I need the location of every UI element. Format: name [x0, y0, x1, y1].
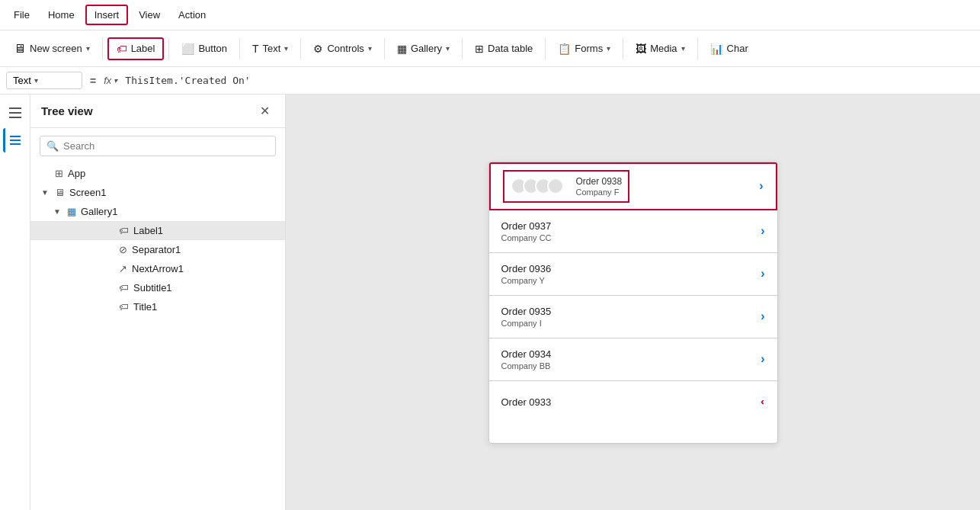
tree-items: ⊞ App ▼ 🖥 Screen1 ▼ ▦ Gallery1 🏷 Label1	[30, 164, 285, 510]
selected-row-inner: Order 0938 Company F	[503, 170, 630, 203]
gallery-row-3-chevron[interactable]: ›	[761, 310, 764, 323]
tree-item-title1[interactable]: 🏷 Title1	[30, 297, 285, 316]
button-button[interactable]: ⬜ Button	[174, 39, 235, 59]
formula-bar: Text ▾ = fx ▾ ThisItem.'Created On'	[0, 67, 980, 95]
tree-item-app[interactable]: ⊞ App	[30, 164, 285, 183]
gallery-row-4-chevron[interactable]: ›	[761, 352, 764, 366]
formula-dropdown[interactable]: Text ▾	[6, 72, 82, 89]
svg-rect-3	[10, 136, 21, 137]
tree-item-label1-label: Label1	[133, 225, 163, 236]
gallery-row-4[interactable]: Order 0934 Company BB ›	[489, 338, 777, 381]
media-button[interactable]: 🖼 Media ▾	[628, 39, 692, 59]
chevron-gallery-icon: ▾	[446, 44, 450, 53]
gallery-row-1-content: Order 0937 Company CC	[501, 220, 761, 242]
gallery-row-4-content: Order 0934 Company BB	[501, 348, 761, 370]
chevron-formula-icon: ▾	[34, 76, 38, 85]
svg-rect-2	[9, 117, 21, 118]
toolbar-separator-2	[168, 38, 169, 59]
gallery-button[interactable]: ▦ Gallery ▾	[389, 39, 457, 59]
menu-view[interactable]: View	[131, 6, 168, 24]
button-label: Button	[198, 43, 227, 54]
menu-file[interactable]: File	[6, 6, 37, 24]
tree-item-screen1-label: Screen1	[69, 187, 106, 198]
media-label: Media	[650, 43, 677, 54]
data-table-button[interactable]: ⊞ Data table	[467, 39, 540, 59]
data-table-label: Data table	[488, 43, 533, 54]
label-label: Label	[131, 43, 155, 54]
text-icon: T	[252, 43, 259, 55]
tree-item-separator1[interactable]: ⊘ Separator1	[30, 240, 285, 259]
gallery-row-0-chevron[interactable]: ›	[759, 179, 763, 193]
circle-4	[547, 178, 564, 194]
data-table-icon: ⊞	[475, 43, 484, 55]
tree-item-subtitle1[interactable]: 🏷 Subtitle1	[30, 278, 285, 297]
tree-item-screen1[interactable]: ▼ 🖥 Screen1	[30, 183, 285, 202]
tree-panel: Tree view ✕ 🔍 ⊞ App ▼ 🖥 Screen1 ▼	[30, 95, 286, 510]
tree-item-label1[interactable]: 🏷 Label1	[30, 221, 285, 240]
sidebar-icons	[0, 95, 30, 510]
search-icon: 🔍	[46, 140, 59, 152]
tree-item-nextarrow1[interactable]: ↗ NextArrow1	[30, 259, 285, 278]
gallery-row-2[interactable]: Order 0936 Company Y ›	[489, 253, 777, 296]
text-button[interactable]: T Text ▾	[245, 39, 296, 59]
menu-insert[interactable]: Insert	[85, 5, 129, 25]
selected-row-text: Order 0938 Company F	[576, 176, 623, 197]
gallery-row-2-chevron[interactable]: ›	[761, 267, 764, 281]
chevron-text-icon: ▾	[284, 44, 288, 53]
main-layout: Tree view ✕ 🔍 ⊞ App ▼ 🖥 Screen1 ▼	[0, 95, 980, 510]
gallery-widget: Order 0938 Company F › Order 0937 Compan…	[488, 162, 778, 444]
layers-icon[interactable]	[3, 128, 27, 152]
chart-button[interactable]: 📊 Char	[703, 39, 756, 59]
svg-rect-5	[10, 143, 21, 145]
tree-header: Tree view ✕	[30, 95, 285, 128]
hamburger-menu-icon[interactable]	[3, 101, 27, 125]
search-input[interactable]	[63, 140, 269, 152]
label-button[interactable]: 🏷 Label	[107, 37, 165, 60]
gallery-row-1[interactable]: Order 0937 Company CC ›	[489, 210, 777, 253]
gallery-row-0-title: Order 0938	[576, 176, 623, 187]
gallery-icon: ▦	[397, 43, 407, 55]
subtitle-tree-icon: 🏷	[119, 282, 129, 293]
gallery-row-1-chevron[interactable]: ›	[761, 224, 764, 238]
tree-item-subtitle1-label: Subtitle1	[133, 282, 172, 293]
tree-item-nextarrow1-label: NextArrow1	[132, 263, 184, 274]
new-screen-button[interactable]: 🖥 New screen ▾	[6, 38, 98, 59]
svg-rect-1	[9, 112, 21, 114]
tree-item-separator1-label: Separator1	[132, 244, 181, 255]
menu-home[interactable]: Home	[40, 6, 82, 24]
gallery-row-5[interactable]: Order 0933 ›	[489, 381, 777, 424]
menu-action[interactable]: Action	[171, 6, 213, 24]
gallery-row-0[interactable]: Order 0938 Company F ›	[489, 162, 777, 210]
toolbar-separator-3	[239, 38, 240, 59]
chevron-forms-icon: ▾	[607, 44, 610, 53]
spacer	[41, 169, 50, 178]
screen-icon: 🖥	[55, 187, 65, 198]
overlap-circles	[511, 178, 564, 194]
tree-item-gallery1[interactable]: ▼ ▦ Gallery1	[30, 202, 285, 221]
toolbar-separator-7	[545, 38, 546, 59]
gallery-row-5-chevron[interactable]: ›	[761, 396, 764, 407]
gallery-row-4-title: Order 0934	[501, 348, 761, 360]
chart-icon: 📊	[710, 43, 723, 55]
gallery-row-2-sub: Company Y	[501, 276, 761, 285]
chart-label: Char	[727, 43, 748, 54]
toolbar-separator-8	[623, 38, 623, 59]
formula-input[interactable]: ThisItem.'Created On'	[122, 73, 974, 88]
gallery-row-0-sub: Company F	[576, 188, 623, 197]
close-icon[interactable]: ✕	[255, 102, 274, 120]
tree-item-app-label: App	[68, 168, 85, 179]
gallery-row-2-content: Order 0936 Company Y	[501, 263, 761, 285]
forms-button[interactable]: 📋 Forms ▾	[550, 39, 618, 59]
formula-eq-symbol: =	[87, 75, 99, 87]
tree-item-gallery1-label: Gallery1	[81, 206, 117, 217]
gallery-tree-icon: ▦	[67, 206, 76, 217]
label-tree-icon: 🏷	[119, 225, 129, 236]
controls-button[interactable]: ⚙ Controls ▾	[306, 39, 379, 59]
gallery-row-3[interactable]: Order 0935 Company I ›	[489, 296, 777, 338]
label-icon: 🏷	[117, 43, 127, 55]
gallery-row-3-sub: Company I	[501, 319, 761, 328]
toolbar: 🖥 New screen ▾ 🏷 Label ⬜ Button T Text ▾…	[0, 30, 980, 67]
gallery-row-1-sub: Company CC	[501, 233, 761, 242]
search-box[interactable]: 🔍	[40, 136, 276, 156]
controls-icon: ⚙	[313, 43, 323, 55]
